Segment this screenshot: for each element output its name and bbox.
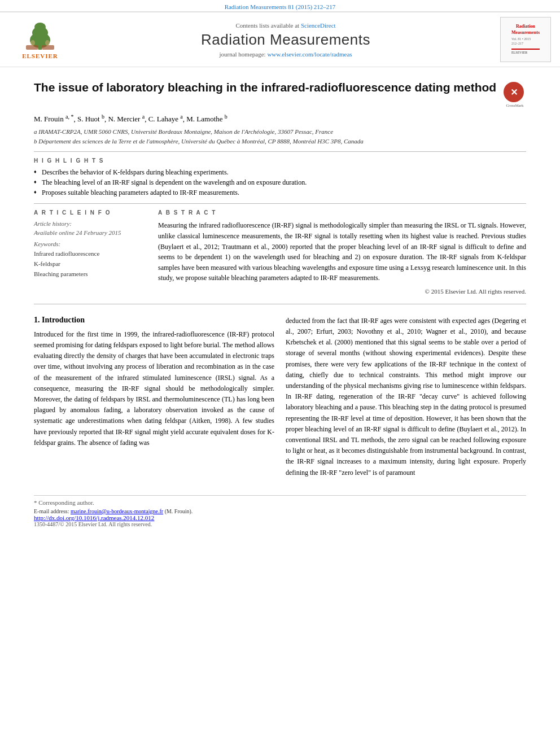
article-title: The issue of laboratory bleaching in the… xyxy=(34,80,498,95)
content-area: The issue of laboratory bleaching in the… xyxy=(0,80,560,527)
svg-point-3 xyxy=(34,23,46,32)
intro-right-text: deducted from the fact that IR-RF ages w… xyxy=(286,316,526,478)
issn-line: 1350-4487/© 2015 Elsevier Ltd. All right… xyxy=(34,521,526,527)
article-history-label: Article history: xyxy=(34,220,147,227)
svg-rect-4 xyxy=(26,45,38,50)
article-received: Available online 24 February 2015 xyxy=(34,229,147,236)
copyright-line: © 2015 Elsevier Ltd. All rights reserved… xyxy=(158,288,526,295)
intro-left-col: 1. Introduction Introduced for the first… xyxy=(34,316,274,478)
affiliation-b: b Département des sciences de la Terre e… xyxy=(34,137,526,146)
divider-1 xyxy=(34,151,526,152)
article-info-label: A R T I C L E I N F O xyxy=(34,209,147,216)
journal-center-info: Contents lists available at ScienceDirec… xyxy=(71,22,500,58)
svg-point-7 xyxy=(45,40,50,46)
corresponding-author-note: * Corresponding author. xyxy=(34,499,526,506)
intro-columns: 1. Introduction Introduced for the first… xyxy=(34,316,526,478)
thumb-journal-title: RadiationMeasurements xyxy=(511,24,540,36)
authors-line: M. Frouin a, *, S. Huot b, N. Mercier a,… xyxy=(34,113,526,124)
crossmark-label: CrossMark xyxy=(504,103,526,108)
journal-cover-thumbnail: RadiationMeasurements Vol. 81 • 2015 212… xyxy=(500,17,551,62)
email-link[interactable]: marine.frouin@u-bordeaux-montaigne.fr xyxy=(71,508,163,514)
abstract-label: A B S T R A C T xyxy=(158,209,526,216)
highlight-item-1: Describes the behavior of K-feldspars du… xyxy=(34,167,526,177)
divider-2 xyxy=(34,203,526,204)
elsevier-tree-icon xyxy=(20,20,60,51)
highlight-item-3: Proposes suitable bleaching parameters a… xyxy=(34,187,526,198)
doi-link[interactable]: http://dx.doi.org/10.1016/j.radmeas.2014… xyxy=(34,514,154,521)
elsevier-brand-label: ELSEVIER xyxy=(22,53,58,59)
keyword-3: Bleaching parameters xyxy=(34,269,147,279)
corresponding-label: * Corresponding author. xyxy=(34,499,94,506)
keyword-1: Infrared radiofluorescence xyxy=(34,249,147,259)
doi-line[interactable]: http://dx.doi.org/10.1016/j.radmeas.2014… xyxy=(34,514,526,521)
article-title-section: The issue of laboratory bleaching in the… xyxy=(34,80,526,108)
contents-available-line: Contents lists available at ScienceDirec… xyxy=(71,22,500,29)
highlights-section: H I G H L I G H T S Describes the behavi… xyxy=(34,158,526,198)
thumb-inner: RadiationMeasurements Vol. 81 • 2015 212… xyxy=(509,21,542,57)
highlights-label: H I G H L I G H T S xyxy=(34,158,526,164)
crossmark-badge[interactable]: ✕ CrossMark xyxy=(504,82,526,108)
email-suffix: (M. Frouin). xyxy=(165,508,193,514)
elsevier-logo-container: ELSEVIER xyxy=(9,20,71,59)
abstract-col: A B S T R A C T Measuring the infrared r… xyxy=(158,209,526,295)
highlight-item-2: The bleaching level of an IR-RF signal i… xyxy=(34,177,526,187)
email-label: E-mail address: xyxy=(34,508,69,514)
sciencedirect-link[interactable]: ScienceDirect xyxy=(301,22,336,29)
journal-reference: Radiation Measurements 81 (2015) 212–217 xyxy=(0,0,560,11)
intro-heading: 1. Introduction xyxy=(34,316,274,325)
keyword-2: K-feldspar xyxy=(34,259,147,269)
article-info-abstract: A R T I C L E I N F O Article history: A… xyxy=(34,209,526,295)
affiliations: a IRAMAT-CRP2A, UMR 5060 CNRS, Universit… xyxy=(34,127,526,146)
article-info-col: A R T I C L E I N F O Article history: A… xyxy=(34,209,147,295)
homepage-link[interactable]: www.elsevier.com/locate/radmeas xyxy=(267,51,352,58)
keywords-label: Keywords: xyxy=(34,241,147,247)
elsevier-logo: ELSEVIER xyxy=(9,20,71,59)
introduction-section: 1. Introduction Introduced for the first… xyxy=(34,316,526,478)
journal-header: ELSEVIER Contents lists available at Sci… xyxy=(0,11,560,67)
intro-right-col: deducted from the fact that IR-RF ages w… xyxy=(286,316,526,478)
homepage-text: journal homepage: xyxy=(219,51,265,58)
svg-rect-5 xyxy=(42,45,54,50)
homepage-line: journal homepage: www.elsevier.com/locat… xyxy=(71,51,500,58)
email-line: E-mail address: marine.frouin@u-bordeaux… xyxy=(34,508,526,514)
affiliation-a: a IRAMAT-CRP2A, UMR 5060 CNRS, Universit… xyxy=(34,127,526,137)
footer-section: * Corresponding author. E-mail address: … xyxy=(34,495,526,527)
intro-left-text: Introduced for the first time in 1999, t… xyxy=(34,329,274,448)
contents-text: Contents lists available at xyxy=(235,22,299,29)
divider-3 xyxy=(34,304,526,304)
svg-point-6 xyxy=(30,40,35,46)
crossmark-icon: ✕ xyxy=(504,82,524,102)
abstract-text: Measuring the infrared radiofluorescence… xyxy=(158,220,526,283)
journal-title: Radiation Measurements xyxy=(71,31,500,49)
